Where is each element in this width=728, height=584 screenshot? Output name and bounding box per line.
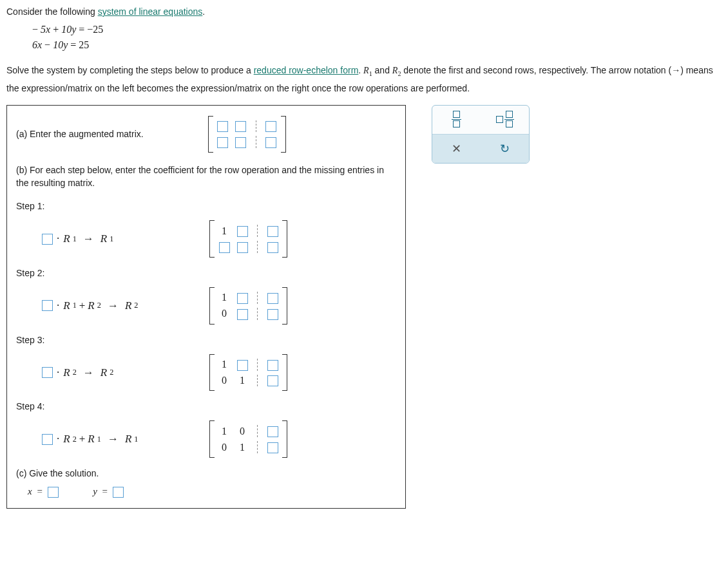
description-text: Solve the system by completing the steps…	[6, 62, 722, 97]
x-var: x	[28, 486, 32, 496]
matrix-input[interactable]	[265, 137, 276, 148]
r2-var: R2	[392, 66, 401, 75]
matrix-cell: 1	[218, 225, 230, 237]
step-3-operation: · R2 → R2	[42, 366, 209, 379]
problem-panel: (a) Enter the augmented matrix.	[6, 105, 406, 509]
matrix-input[interactable]	[237, 242, 248, 253]
matrix-cell: 1	[236, 442, 248, 453]
part-b-label: (b) For each step below, enter the coeff…	[16, 164, 396, 189]
step-4-label: Step 4:	[16, 401, 396, 411]
matrix-cell: 1	[218, 426, 230, 437]
intro-prefix: Consider the following	[6, 6, 98, 17]
matrix-cell: 0	[236, 426, 248, 437]
desc-and: and	[372, 65, 392, 75]
matrix-input[interactable]	[267, 375, 278, 386]
matrix-cell: 0	[218, 308, 230, 319]
step-4-matrix: 1 0 0 1	[209, 420, 287, 458]
intro-suffix: .	[202, 6, 205, 17]
step-2-label: Step 2:	[16, 268, 396, 278]
fraction-button[interactable]	[432, 106, 481, 134]
intro-text: Consider the following system of linear …	[6, 6, 722, 17]
matrix-input[interactable]	[267, 293, 278, 304]
matrix-input[interactable]	[265, 121, 276, 132]
rref-link[interactable]: reduced row-echelon form	[254, 65, 359, 75]
equation-2: 6x − 10y = 25	[32, 37, 722, 53]
coeff-input[interactable]	[42, 434, 53, 445]
part-a-label: (a) Enter the augmented matrix.	[16, 129, 144, 139]
redo-button[interactable]: ↻	[481, 135, 529, 163]
coeff-input[interactable]	[42, 367, 53, 378]
matrix-input[interactable]	[217, 121, 228, 132]
matrix-input[interactable]	[267, 360, 278, 371]
matrix-input[interactable]	[237, 226, 248, 237]
r1-var: R1	[363, 66, 372, 75]
step-2-matrix: 1 0	[209, 287, 287, 325]
redo-icon: ↻	[500, 142, 510, 156]
desc-p2: .	[358, 65, 363, 75]
x-input[interactable]	[48, 487, 59, 498]
matrix-input[interactable]	[267, 442, 278, 453]
mixed-number-button[interactable]	[481, 106, 529, 134]
step-1-label: Step 1:	[16, 201, 396, 211]
part-c-label: (c) Give the solution.	[16, 468, 396, 478]
matrix-input[interactable]	[219, 242, 230, 253]
matrix-cell: 0	[218, 442, 230, 453]
matrix-input[interactable]	[267, 426, 278, 437]
matrix-input[interactable]	[235, 121, 246, 132]
matrix-input[interactable]	[217, 137, 228, 148]
equation-1: − 5x + 10y = −25	[32, 22, 722, 37]
matrix-cell: 1	[218, 292, 230, 303]
y-var: y	[93, 486, 97, 496]
equations-block: − 5x + 10y = −25 6x − 10y = 25	[32, 22, 722, 53]
step-4-operation: · R2 + R1 → R1	[42, 433, 209, 446]
matrix-input[interactable]	[237, 360, 248, 371]
system-link[interactable]: system of linear equations	[98, 6, 203, 17]
step-2-operation: · R1 + R2 → R2	[42, 299, 209, 312]
matrix-cell: 1	[218, 359, 230, 370]
augmented-matrix-a	[208, 116, 286, 153]
step-1-matrix: 1	[209, 220, 287, 258]
matrix-input[interactable]	[237, 293, 248, 304]
matrix-input[interactable]	[235, 137, 246, 148]
coeff-input[interactable]	[42, 234, 53, 245]
desc-p1: Solve the system by completing the steps…	[6, 65, 254, 75]
step-1-operation: · R1 → R1	[42, 232, 209, 245]
matrix-input[interactable]	[237, 309, 248, 320]
coeff-input[interactable]	[42, 300, 53, 311]
matrix-cell: 1	[236, 375, 248, 386]
step-3-matrix: 1 0 1	[209, 354, 287, 391]
matrix-input[interactable]	[267, 226, 278, 237]
matrix-input[interactable]	[267, 309, 278, 320]
matrix-input[interactable]	[267, 242, 278, 253]
matrix-cell: 0	[218, 375, 230, 386]
step-3-label: Step 3:	[16, 335, 396, 345]
solution-row: x = y =	[28, 486, 396, 498]
tool-palette: ✕ ↻	[432, 105, 530, 164]
clear-button[interactable]: ✕	[432, 135, 481, 163]
x-icon: ✕	[452, 142, 461, 156]
y-input[interactable]	[113, 487, 124, 498]
